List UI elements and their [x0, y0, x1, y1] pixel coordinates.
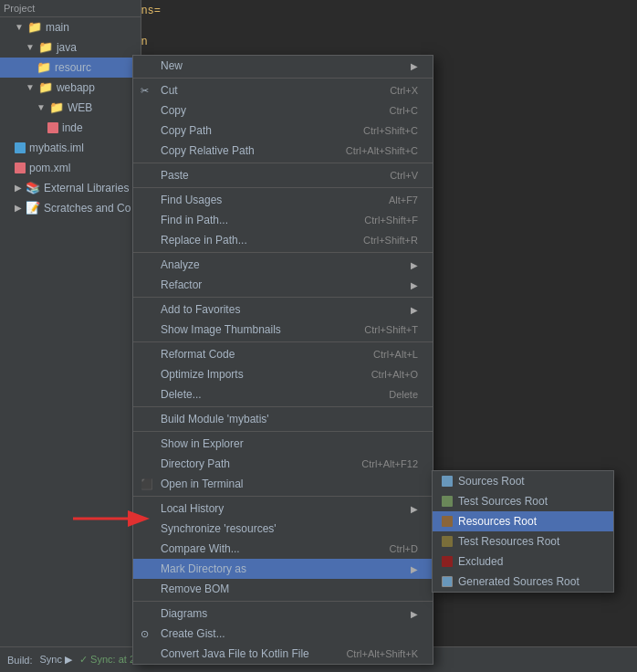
mark-directory-submenu: Sources Root Test Sources Root Resources… [432, 470, 614, 593]
submenu-item-label: Generated Sources Root [458, 575, 580, 588]
submenu-arrow-icon: ▶ [411, 305, 418, 315]
submenu-arrow-icon: ▶ [411, 564, 418, 574]
menu-separator [133, 406, 433, 407]
menu-item-label: Show Image Thumbnails [161, 323, 281, 336]
build-label: Build: [7, 655, 33, 666]
context-menu: New ▶ ✂ Cut Ctrl+X Copy Ctrl+C Copy Path… [132, 55, 433, 665]
submenu-item-excluded[interactable]: Excluded [433, 551, 613, 572]
menu-item-reformat[interactable]: Reformat Code Ctrl+Alt+L [133, 344, 433, 364]
menu-item-refactor[interactable]: Refactor ▶ [133, 275, 433, 295]
sidebar-item-web[interactable]: ▼ 📁 WEB [0, 98, 141, 118]
submenu-item-label: Resources Root [458, 515, 537, 528]
submenu-item-generated-sources[interactable]: Generated Sources Root [433, 572, 613, 592]
shortcut-label: Ctrl+Shift+T [364, 324, 418, 335]
menu-item-paste[interactable]: Paste Ctrl+V [133, 165, 433, 185]
menu-item-build-module[interactable]: Build Module 'mybatis' [133, 409, 433, 429]
submenu-item-resources-root[interactable]: Resources Root [433, 511, 613, 531]
menu-item-optimize-imports[interactable]: Optimize Imports Ctrl+Alt+O [133, 364, 433, 384]
folder-icon: 📁 [27, 19, 42, 36]
submenu-item-label: Excluded [458, 555, 503, 568]
arrow-indicator [64, 500, 146, 537]
menu-item-label: Reformat Code [161, 348, 235, 361]
generated-sources-icon [442, 576, 453, 587]
menu-item-create-gist[interactable]: ⊙ Create Gist... [133, 624, 433, 644]
test-resources-icon [442, 536, 453, 547]
sidebar-item-java[interactable]: ▼ 📁 java [0, 37, 141, 58]
sidebar-header: Project [0, 0, 141, 17]
menu-item-label: Delete... [161, 388, 202, 401]
menu-item-show-explorer[interactable]: Show in Explorer [133, 434, 433, 454]
sync-button[interactable]: Sync ▶ [40, 654, 73, 666]
submenu-arrow-icon: ▶ [411, 504, 418, 514]
menu-item-mark-directory[interactable]: Mark Directory as ▶ [133, 559, 433, 579]
resources-icon [442, 516, 453, 527]
menu-item-diagrams[interactable]: Diagrams ▶ [133, 604, 433, 624]
menu-item-replace-in-path[interactable]: Replace in Path... Ctrl+Shift+R [133, 230, 433, 250]
file-icon [15, 142, 26, 153]
menu-item-directory-path[interactable]: Directory Path Ctrl+Alt+F12 [133, 454, 433, 474]
sidebar-item-external-libraries[interactable]: ▶ 📚 External Libraries [0, 178, 141, 198]
menu-item-label: Cut [161, 84, 178, 97]
menu-item-delete[interactable]: Delete... Delete [133, 384, 433, 404]
menu-item-copy[interactable]: Copy Ctrl+C [133, 100, 433, 121]
menu-item-find-usages[interactable]: Find Usages Alt+F7 [133, 190, 433, 210]
sidebar-item-label: WEB [68, 100, 92, 116]
menu-item-synchronize[interactable]: Synchronize 'resources' [133, 519, 433, 539]
sidebar-item-mybatis-iml[interactable]: mybatis.iml [0, 138, 141, 158]
scratch-icon: 📝 [26, 200, 40, 216]
sidebar-item-main[interactable]: ▼ 📁 main [0, 17, 141, 37]
menu-item-local-history[interactable]: Local History ▶ [133, 499, 433, 519]
sidebar-item-label: mybatis.iml [29, 140, 84, 156]
menu-item-label: Replace in Path... [161, 234, 247, 247]
sidebar: Project ▼ 📁 main ▼ 📁 java 📁 resourc ▼ 📁 … [0, 0, 141, 672]
menu-item-label: Copy Path [161, 124, 212, 137]
menu-item-find-in-path[interactable]: Find in Path... Ctrl+Shift+F [133, 210, 433, 230]
shortcut-label: Ctrl+X [390, 85, 418, 96]
menu-item-convert-kotlin[interactable]: Convert Java File to Kotlin File Ctrl+Al… [133, 644, 433, 664]
menu-item-label: Diagrams [161, 607, 207, 620]
menu-separator [133, 431, 433, 432]
submenu-item-test-resources-root[interactable]: Test Resources Root [433, 531, 613, 551]
menu-item-copy-path[interactable]: Copy Path Ctrl+Shift+C [133, 121, 433, 141]
sidebar-item-pom-xml[interactable]: pom.xml [0, 158, 141, 178]
submenu-item-sources-root[interactable]: Sources Root [433, 471, 613, 491]
menu-separator [133, 252, 433, 253]
sidebar-item-label: webapp [57, 79, 95, 96]
file-icon [15, 163, 26, 173]
folder-icon: 📁 [37, 59, 51, 76]
shortcut-label: Ctrl+Alt+F12 [361, 458, 418, 469]
shortcut-label: Ctrl+Alt+Shift+K [346, 648, 418, 659]
sidebar-item-webapp[interactable]: ▼ 📁 webapp [0, 78, 141, 98]
menu-item-open-terminal[interactable]: ⬛ Open in Terminal [133, 474, 433, 494]
menu-item-label: Synchronize 'resources' [161, 522, 277, 535]
menu-item-remove-bom[interactable]: Remove BOM [133, 579, 433, 599]
shortcut-label: Ctrl+V [390, 170, 418, 181]
menu-item-cut[interactable]: ✂ Cut Ctrl+X [133, 80, 433, 100]
menu-item-compare[interactable]: Compare With... Ctrl+D [133, 539, 433, 559]
shortcut-label: Ctrl+Alt+Shift+C [346, 145, 418, 156]
sidebar-item-index[interactable]: inde [0, 118, 141, 138]
shortcut-label: Ctrl+Shift+F [364, 215, 418, 226]
submenu-item-test-sources-root[interactable]: Test Sources Root [433, 491, 613, 511]
submenu-arrow-icon: ▶ [411, 61, 418, 71]
menu-item-label: Find Usages [161, 194, 222, 206]
menu-item-add-favorites[interactable]: Add to Favorites ▶ [133, 299, 433, 320]
menu-item-copy-relative-path[interactable]: Copy Relative Path Ctrl+Alt+Shift+C [133, 141, 433, 161]
shortcut-label: Ctrl+C [390, 105, 418, 116]
folder-icon: 📁 [38, 39, 53, 56]
shortcut-label: Ctrl+Shift+C [363, 125, 418, 136]
menu-item-label: Create Gist... [161, 627, 225, 640]
menu-separator [133, 341, 433, 342]
folder-icon: 📁 [49, 100, 64, 116]
menu-item-analyze[interactable]: Analyze ▶ [133, 255, 433, 275]
menu-item-show-thumbnails[interactable]: Show Image Thumbnails Ctrl+Shift+T [133, 320, 433, 340]
menu-item-new[interactable]: New ▶ [133, 56, 433, 76]
terminal-icon: ⬛ [141, 478, 153, 490]
menu-item-label: Refactor [161, 278, 202, 291]
sidebar-item-label: inde [62, 120, 83, 136]
menu-item-label: Copy [161, 104, 186, 117]
menu-item-label: Mark Directory as [161, 562, 246, 575]
sidebar-item-resources[interactable]: 📁 resourc [0, 58, 141, 78]
sidebar-item-scratches[interactable]: ▶ 📝 Scratches and Co [0, 198, 141, 218]
menu-item-label: Local History [161, 502, 224, 515]
